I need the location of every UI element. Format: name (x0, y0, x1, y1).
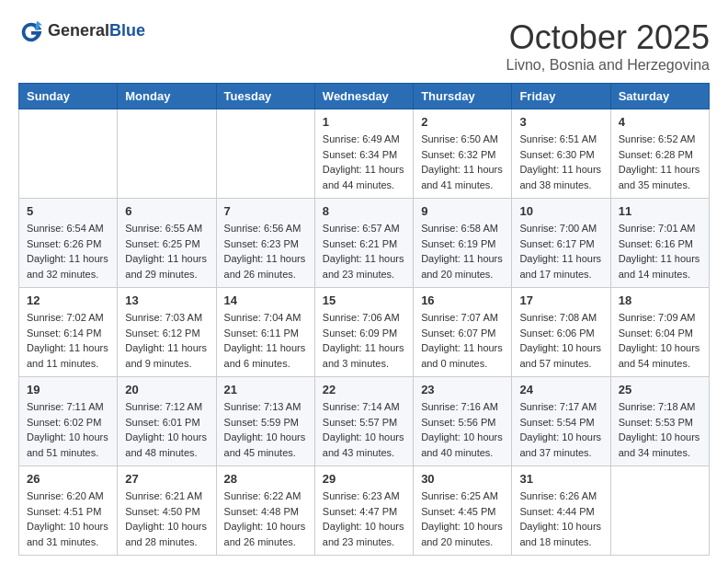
calendar-week-1: 1Sunrise: 6:49 AM Sunset: 6:34 PM Daylig… (19, 109, 710, 199)
day-info: Sunrise: 7:17 AM Sunset: 5:54 PM Dayligh… (519, 399, 602, 460)
logo-icon (18, 18, 44, 44)
calendar-cell: 2Sunrise: 6:50 AM Sunset: 6:32 PM Daylig… (414, 109, 512, 199)
weekday-header-saturday: Saturday (610, 84, 709, 109)
day-info: Sunrise: 7:07 AM Sunset: 6:07 PM Dayligh… (421, 310, 504, 371)
day-info: Sunrise: 6:23 AM Sunset: 4:47 PM Dayligh… (323, 488, 405, 549)
day-info: Sunrise: 7:13 AM Sunset: 5:59 PM Dayligh… (224, 399, 307, 460)
calendar-cell (19, 109, 118, 199)
day-info: Sunrise: 7:01 AM Sunset: 6:16 PM Dayligh… (619, 221, 701, 282)
day-number: 1 (323, 115, 405, 129)
calendar-cell: 29Sunrise: 6:23 AM Sunset: 4:47 PM Dayli… (314, 466, 413, 556)
calendar-cell: 18Sunrise: 7:09 AM Sunset: 6:04 PM Dayli… (610, 288, 709, 377)
day-number: 12 (27, 293, 109, 307)
day-number: 15 (323, 293, 405, 307)
day-info: Sunrise: 6:57 AM Sunset: 6:21 PM Dayligh… (323, 221, 405, 282)
calendar-cell: 9Sunrise: 6:58 AM Sunset: 6:19 PM Daylig… (414, 199, 512, 288)
calendar-cell: 19Sunrise: 7:11 AM Sunset: 6:02 PM Dayli… (19, 377, 118, 466)
day-info: Sunrise: 7:08 AM Sunset: 6:06 PM Dayligh… (519, 310, 602, 371)
day-info: Sunrise: 6:52 AM Sunset: 6:28 PM Dayligh… (619, 132, 701, 192)
day-info: Sunrise: 7:14 AM Sunset: 5:57 PM Dayligh… (323, 399, 405, 460)
day-info: Sunrise: 6:55 AM Sunset: 6:25 PM Dayligh… (125, 221, 208, 282)
calendar-week-5: 26Sunrise: 6:20 AM Sunset: 4:51 PM Dayli… (19, 466, 710, 556)
day-number: 14 (224, 293, 307, 307)
calendar-cell: 25Sunrise: 7:18 AM Sunset: 5:53 PM Dayli… (610, 377, 709, 466)
calendar-cell: 22Sunrise: 7:14 AM Sunset: 5:57 PM Dayli… (314, 377, 413, 466)
day-info: Sunrise: 7:03 AM Sunset: 6:12 PM Dayligh… (125, 310, 208, 371)
day-number: 24 (519, 383, 602, 396)
day-info: Sunrise: 6:54 AM Sunset: 6:26 PM Dayligh… (27, 221, 109, 282)
weekday-header-thursday: Thursday (414, 84, 512, 109)
calendar-cell: 4Sunrise: 6:52 AM Sunset: 6:28 PM Daylig… (610, 109, 709, 199)
day-number: 10 (519, 204, 602, 218)
day-info: Sunrise: 7:02 AM Sunset: 6:14 PM Dayligh… (27, 310, 109, 371)
day-number: 21 (224, 383, 307, 396)
day-number: 26 (27, 472, 109, 486)
day-number: 28 (224, 472, 307, 486)
day-number: 16 (421, 293, 504, 307)
day-info: Sunrise: 7:00 AM Sunset: 6:17 PM Dayligh… (519, 221, 602, 282)
calendar-cell: 26Sunrise: 6:20 AM Sunset: 4:51 PM Dayli… (19, 466, 118, 556)
calendar-week-3: 12Sunrise: 7:02 AM Sunset: 6:14 PM Dayli… (19, 288, 710, 377)
day-info: Sunrise: 6:25 AM Sunset: 4:45 PM Dayligh… (421, 488, 504, 549)
logo-general: GeneralBlue (48, 22, 145, 40)
weekday-header-sunday: Sunday (19, 84, 118, 109)
weekday-header-wednesday: Wednesday (314, 84, 413, 109)
calendar-week-4: 19Sunrise: 7:11 AM Sunset: 6:02 PM Dayli… (19, 377, 710, 466)
calendar-cell: 17Sunrise: 7:08 AM Sunset: 6:06 PM Dayli… (512, 288, 610, 377)
calendar-cell: 6Sunrise: 6:55 AM Sunset: 6:25 PM Daylig… (118, 199, 216, 288)
weekday-header-friday: Friday (512, 84, 610, 109)
day-info: Sunrise: 7:11 AM Sunset: 6:02 PM Dayligh… (27, 399, 109, 460)
day-number: 23 (421, 383, 504, 396)
day-number: 31 (519, 472, 602, 486)
title-section: October 2025 Livno, Bosnia and Herzegovi… (506, 18, 710, 74)
day-number: 30 (421, 472, 504, 486)
day-number: 18 (619, 293, 701, 307)
weekday-header-row: SundayMondayTuesdayWednesdayThursdayFrid… (19, 84, 710, 109)
calendar-cell (216, 109, 314, 199)
calendar-cell: 21Sunrise: 7:13 AM Sunset: 5:59 PM Dayli… (216, 377, 314, 466)
day-number: 13 (125, 293, 208, 307)
day-number: 9 (421, 204, 504, 218)
calendar-cell: 3Sunrise: 6:51 AM Sunset: 6:30 PM Daylig… (512, 109, 610, 199)
calendar-cell (610, 466, 709, 556)
day-info: Sunrise: 7:09 AM Sunset: 6:04 PM Dayligh… (619, 310, 701, 371)
day-info: Sunrise: 6:20 AM Sunset: 4:51 PM Dayligh… (27, 488, 109, 549)
day-number: 8 (323, 204, 405, 218)
calendar-cell: 30Sunrise: 6:25 AM Sunset: 4:45 PM Dayli… (414, 466, 512, 556)
calendar-cell: 12Sunrise: 7:02 AM Sunset: 6:14 PM Dayli… (19, 288, 118, 377)
day-info: Sunrise: 7:12 AM Sunset: 6:01 PM Dayligh… (125, 399, 208, 460)
location-subtitle: Livno, Bosnia and Herzegovina (506, 57, 710, 74)
day-info: Sunrise: 6:22 AM Sunset: 4:48 PM Dayligh… (224, 488, 307, 549)
logo-text: GeneralBlue (48, 22, 145, 40)
calendar-cell: 16Sunrise: 7:07 AM Sunset: 6:07 PM Dayli… (414, 288, 512, 377)
day-info: Sunrise: 7:04 AM Sunset: 6:11 PM Dayligh… (224, 310, 307, 371)
day-number: 20 (125, 383, 208, 396)
calendar-week-2: 5Sunrise: 6:54 AM Sunset: 6:26 PM Daylig… (19, 199, 710, 288)
day-number: 17 (519, 293, 602, 307)
day-number: 19 (27, 383, 109, 396)
day-number: 3 (519, 115, 602, 129)
day-info: Sunrise: 7:06 AM Sunset: 6:09 PM Dayligh… (323, 310, 405, 371)
day-number: 5 (27, 204, 109, 218)
day-number: 22 (323, 383, 405, 396)
calendar-cell: 5Sunrise: 6:54 AM Sunset: 6:26 PM Daylig… (19, 199, 118, 288)
calendar-cell: 14Sunrise: 7:04 AM Sunset: 6:11 PM Dayli… (216, 288, 314, 377)
day-info: Sunrise: 7:16 AM Sunset: 5:56 PM Dayligh… (421, 399, 504, 460)
calendar-cell: 10Sunrise: 7:00 AM Sunset: 6:17 PM Dayli… (512, 199, 610, 288)
calendar-cell: 15Sunrise: 7:06 AM Sunset: 6:09 PM Dayli… (314, 288, 413, 377)
calendar-cell: 7Sunrise: 6:56 AM Sunset: 6:23 PM Daylig… (216, 199, 314, 288)
day-info: Sunrise: 6:26 AM Sunset: 4:44 PM Dayligh… (519, 488, 602, 549)
calendar-cell: 1Sunrise: 6:49 AM Sunset: 6:34 PM Daylig… (314, 109, 413, 199)
calendar-cell: 24Sunrise: 7:17 AM Sunset: 5:54 PM Dayli… (512, 377, 610, 466)
weekday-header-monday: Monday (118, 84, 216, 109)
day-info: Sunrise: 6:49 AM Sunset: 6:34 PM Dayligh… (323, 132, 405, 192)
day-info: Sunrise: 6:51 AM Sunset: 6:30 PM Dayligh… (519, 132, 602, 192)
calendar-cell: 28Sunrise: 6:22 AM Sunset: 4:48 PM Dayli… (216, 466, 314, 556)
day-info: Sunrise: 6:58 AM Sunset: 6:19 PM Dayligh… (421, 221, 504, 282)
day-info: Sunrise: 6:50 AM Sunset: 6:32 PM Dayligh… (421, 132, 504, 192)
day-number: 25 (619, 383, 701, 396)
calendar-cell: 27Sunrise: 6:21 AM Sunset: 4:50 PM Dayli… (118, 466, 216, 556)
calendar-cell: 23Sunrise: 7:16 AM Sunset: 5:56 PM Dayli… (414, 377, 512, 466)
page-header: GeneralBlue October 2025 Livno, Bosnia a… (18, 18, 710, 74)
day-info: Sunrise: 6:56 AM Sunset: 6:23 PM Dayligh… (224, 221, 307, 282)
